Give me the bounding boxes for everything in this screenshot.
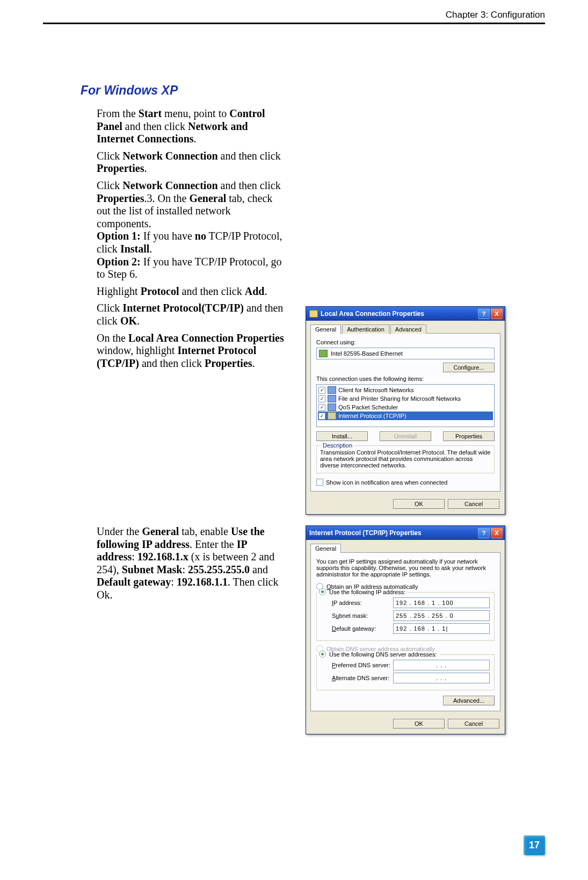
component-icon xyxy=(328,395,336,402)
list-item[interactable]: ✓Client for Microsoft Networks xyxy=(318,386,493,394)
network-icon xyxy=(309,310,318,318)
paragraph-5: Click Internet Protocol(TCP/IP) and then… xyxy=(97,302,287,327)
component-icon xyxy=(328,403,336,411)
dialog-title: Local Area Connection Properties xyxy=(321,310,424,318)
ip-address-label: IP address: xyxy=(332,600,361,606)
help-button[interactable]: ? xyxy=(478,528,490,538)
list-item[interactable]: ✓QoS Packet Scheduler xyxy=(318,403,493,412)
ok-button[interactable]: OK xyxy=(393,719,445,728)
ip-address-field[interactable]: 192 . 168 . 1 . 100 xyxy=(393,597,490,608)
dialog-titlebar[interactable]: Internet Protocol (TCP/IP) Properties ? … xyxy=(306,526,505,540)
paragraph-6: On the Local Area Connection Properties … xyxy=(97,332,287,370)
close-button[interactable]: X xyxy=(491,528,503,538)
subnet-mask-label: Subnet mask: xyxy=(332,612,368,619)
dialog-titlebar[interactable]: Local Area Connection Properties ? X xyxy=(306,307,505,321)
show-icon-label: Show icon in notification area when conn… xyxy=(326,479,447,486)
install-button[interactable]: Install... xyxy=(316,431,368,441)
tab-general[interactable]: General xyxy=(310,544,341,553)
default-gateway-label: Default gateway: xyxy=(332,625,376,632)
cancel-button[interactable]: Cancel xyxy=(448,719,499,728)
uninstall-button: Uninstall xyxy=(380,431,431,441)
paragraph-7: Under the General tab, enable Use the fo… xyxy=(97,525,287,602)
alternate-dns-label: Alternate DNS server: xyxy=(332,675,389,681)
preferred-dns-field[interactable]: . . . xyxy=(393,660,490,670)
list-item[interactable]: ✓File and Printer Sharing for Microsoft … xyxy=(318,394,493,403)
dialog-title: Internet Protocol (TCP/IP) Properties xyxy=(309,529,422,537)
tab-general[interactable]: General xyxy=(310,324,341,334)
show-icon-checkbox[interactable] xyxy=(316,479,323,486)
connect-using-label: Connect using: xyxy=(316,339,495,345)
radio-icon[interactable] xyxy=(319,588,326,595)
component-icon xyxy=(328,412,336,420)
tab-advanced[interactable]: Advanced xyxy=(390,324,426,334)
adapter-icon xyxy=(319,350,328,357)
close-button[interactable]: X xyxy=(491,308,503,319)
adapter-field: Intel 82595-Based Ethernet xyxy=(316,348,495,359)
paragraph-2: Click Network Connection and then click … xyxy=(97,150,287,175)
description-label: Description xyxy=(321,442,354,449)
chapter-header: Chapter 3: Configuration xyxy=(43,10,545,24)
paragraph-1: From the Start menu, point to Control Pa… xyxy=(97,107,287,146)
tab-authentication[interactable]: Authentication xyxy=(342,324,389,334)
component-icon xyxy=(328,386,336,394)
ok-button[interactable]: OK xyxy=(393,499,445,509)
components-list[interactable]: ✓Client for Microsoft Networks ✓File and… xyxy=(316,384,495,427)
description-box: Description Transmission Control Protoco… xyxy=(316,445,495,473)
checkbox-icon[interactable]: ✓ xyxy=(318,413,325,420)
checkbox-icon[interactable]: ✓ xyxy=(318,387,325,394)
radio-use-dns[interactable]: Use the following DNS server addresses: xyxy=(317,651,439,658)
default-gateway-field[interactable]: 192 . 168 . 1 . 1| xyxy=(393,623,490,634)
checkbox-icon[interactable]: ✓ xyxy=(318,395,325,402)
section-title: For Windows XP xyxy=(81,83,545,98)
preferred-dns-label: Preferred DNS server: xyxy=(332,662,390,668)
radio-use-ip[interactable]: Use the following IP address: xyxy=(317,588,408,595)
adapter-name: Intel 82595-Based Ethernet xyxy=(331,350,403,357)
cancel-button[interactable]: Cancel xyxy=(448,499,499,509)
advanced-button[interactable]: Advanced... xyxy=(443,696,495,705)
radio-icon[interactable] xyxy=(319,651,326,658)
tcpip-properties-dialog: Internet Protocol (TCP/IP) Properties ? … xyxy=(306,525,505,734)
lan-properties-dialog: Local Area Connection Properties ? X Gen… xyxy=(306,306,505,515)
subnet-mask-field[interactable]: 255 . 255 . 255 . 0 xyxy=(393,610,490,621)
paragraph-4: Highlight Protocol and then click Add. xyxy=(97,285,287,298)
page-number: 17 xyxy=(524,835,545,855)
help-button[interactable]: ? xyxy=(478,308,490,319)
checkbox-icon[interactable]: ✓ xyxy=(318,404,325,411)
intro-text: You can get IP settings assigned automat… xyxy=(316,558,495,578)
list-item-selected[interactable]: ✓Internet Protocol (TCP/IP) xyxy=(318,412,493,420)
configure-button[interactable]: Configure... xyxy=(443,363,495,372)
items-label: This connection uses the following items… xyxy=(316,376,495,382)
description-text: Transmission Control Protocol/Internet P… xyxy=(320,449,491,468)
properties-button[interactable]: Properties xyxy=(443,431,495,441)
paragraph-3: Click Network Connection and then click … xyxy=(97,179,287,281)
alternate-dns-field[interactable]: . . . xyxy=(393,673,490,683)
